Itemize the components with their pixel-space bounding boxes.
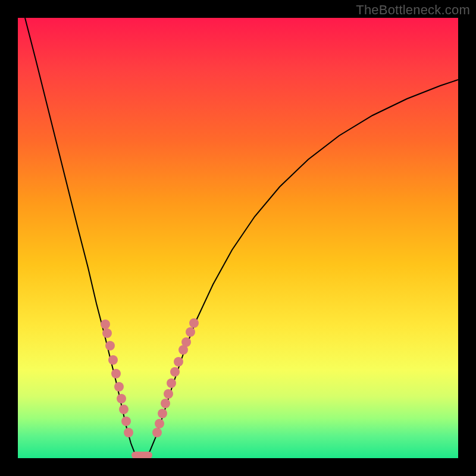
marker-dot [181, 337, 191, 347]
series-group [25, 18, 458, 456]
marker-dot [170, 367, 180, 377]
marker-dot [189, 318, 199, 328]
marker-dot [114, 382, 124, 392]
marker-dot [161, 399, 170, 408]
series-right-branch [146, 80, 458, 456]
marker-dot [117, 394, 126, 403]
marker-dot [167, 378, 176, 388]
watermark-text: TheBottleneck.com [356, 2, 470, 18]
marker-dot [155, 419, 164, 428]
marker-dot [108, 355, 118, 365]
marker-dot [101, 320, 110, 329]
marker-dot [186, 327, 195, 337]
marker-dot [121, 416, 131, 426]
marker-dot [105, 341, 115, 350]
marker-dot [119, 405, 129, 414]
marker-dot [158, 409, 167, 418]
chart-frame: TheBottleneck.com [0, 0, 476, 476]
marker-dot [124, 428, 133, 437]
marker-dot [164, 389, 173, 399]
marker-dot [102, 328, 112, 338]
marker-dot [111, 369, 121, 378]
markers-group [101, 318, 199, 437]
marker-dot [152, 428, 162, 437]
marker-dot [174, 357, 183, 367]
plot-area [18, 18, 458, 458]
chart-overlay [18, 18, 458, 458]
